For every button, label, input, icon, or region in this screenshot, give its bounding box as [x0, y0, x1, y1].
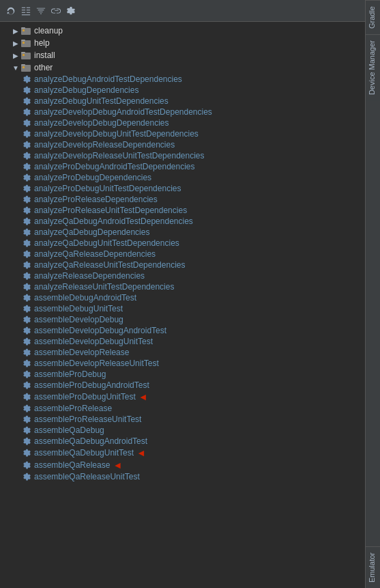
gear-task-icon: [22, 151, 31, 160]
arrow-other: ▼: [11, 64, 20, 72]
task-item[interactable]: analyzeReleaseDependencies: [0, 270, 365, 281]
task-item[interactable]: analyzeReleaseUnitTestDependencies: [0, 281, 365, 292]
arrow-help: ▶: [11, 40, 20, 47]
task-item[interactable]: assembleDevelopDebugUnitTest: [0, 336, 365, 347]
task-item[interactable]: analyzeDevelopReleaseDependencies: [0, 139, 365, 150]
svg-rect-0: [21, 28, 31, 35]
settings-icon[interactable]: [65, 5, 76, 16]
svg-rect-2: [23, 29, 25, 31]
task-item[interactable]: assembleDevelopReleaseUnitTest: [0, 358, 365, 369]
gear-task-icon: [22, 460, 31, 470]
arrow-cleanup: ▶: [11, 27, 20, 35]
other-label: other: [34, 63, 53, 72]
collapse-all-icon[interactable]: [35, 5, 46, 16]
arrow-install: ▶: [11, 52, 20, 59]
device-manager-panel-tab[interactable]: Device Manager: [366, 34, 380, 100]
svg-rect-9: [21, 65, 31, 72]
task-item[interactable]: assembleProRelease: [0, 403, 365, 414]
task-label: analyzeProReleaseDependencies: [34, 195, 158, 204]
task-item[interactable]: assembleDevelopDebugAndroidTest: [0, 325, 365, 336]
folder-icon-help: [20, 38, 31, 48]
main-area: ▶ cleanup ▶ help: [0, 0, 365, 588]
gear-task-icon: [22, 404, 31, 413]
task-item[interactable]: analyzeQaDebugAndroidTestDependencies: [0, 216, 365, 227]
emulator-panel-tab[interactable]: Emulator: [366, 546, 380, 588]
task-label: analyzeDevelopReleaseDependencies: [34, 140, 175, 150]
task-item[interactable]: assembleQaReleaseUnitTest: [0, 471, 365, 482]
link-icon[interactable]: [50, 5, 61, 16]
task-item[interactable]: analyzeProReleaseUnitTestDependencies: [0, 205, 365, 216]
task-item[interactable]: assembleDebugUnitTest: [0, 303, 365, 314]
gear-task-icon: [22, 293, 31, 303]
gear-task-icon: [22, 162, 31, 171]
gear-task-icon: [22, 74, 31, 84]
svg-rect-7: [21, 52, 25, 53]
gear-task-icon: [22, 107, 31, 117]
gradle-panel-tab[interactable]: Gradle: [366, 0, 380, 34]
task-item[interactable]: analyzeDebugUnitTestDependencies: [0, 96, 365, 107]
tree-container[interactable]: ▶ cleanup ▶ help: [0, 22, 365, 588]
task-label: assembleQaRelease: [34, 460, 110, 470]
cleanup-label: cleanup: [34, 26, 63, 36]
task-label: analyzeDebugUnitTestDependencies: [34, 96, 169, 106]
task-item[interactable]: analyzeProDebugAndroidTestDependencies: [0, 161, 365, 172]
task-item[interactable]: assembleProDebug: [0, 369, 365, 380]
task-label: assembleDevelopDebugAndroidTest: [34, 326, 166, 335]
task-item[interactable]: analyzeDevelopDebugAndroidTestDependenci…: [0, 107, 365, 117]
gear-task-icon: [22, 227, 31, 237]
task-item[interactable]: analyzeProReleaseDependencies: [0, 194, 365, 205]
gear-task-icon: [22, 282, 31, 292]
task-item[interactable]: assembleQaDebug: [0, 425, 365, 436]
sync-icon[interactable]: [5, 5, 16, 16]
tree-item-other[interactable]: ▼ other: [0, 61, 365, 74]
task-item[interactable]: analyzeQaDebugUnitTestDependencies: [0, 238, 365, 249]
task-label: analyzeDebugDependencies: [34, 85, 138, 95]
tree-item-install[interactable]: ▶ install: [0, 49, 365, 61]
gear-task-icon: [22, 425, 31, 435]
task-item[interactable]: assembleQaRelease ◄: [0, 459, 365, 471]
task-item[interactable]: analyzeQaReleaseUnitTestDependencies: [0, 260, 365, 270]
task-item[interactable]: assembleDebugAndroidTest: [0, 292, 365, 303]
gear-task-icon: [22, 448, 31, 458]
task-item[interactable]: analyzeQaDebugDependencies: [0, 227, 365, 238]
task-label: assembleDevelopRelease: [34, 348, 129, 357]
task-label: assembleQaDebugUnitTest: [34, 448, 134, 458]
task-label: assembleDevelopDebugUnitTest: [34, 337, 153, 346]
red-arrow-annotation: ◄: [136, 447, 146, 458]
task-item[interactable]: assembleDevelopRelease: [0, 347, 365, 358]
task-label: analyzeQaDebugDependencies: [34, 227, 149, 237]
task-item[interactable]: analyzeQaReleaseDependencies: [0, 249, 365, 260]
tree-item-help[interactable]: ▶ help: [0, 37, 365, 49]
task-item[interactable]: analyzeDevelopDebugUnitTestDependencies: [0, 128, 365, 139]
help-label: help: [34, 38, 50, 48]
gear-task-icon: [22, 129, 31, 139]
task-item[interactable]: assembleQaDebugUnitTest ◄: [0, 447, 365, 459]
task-item[interactable]: analyzeDevelopReleaseUnitTestDependencie…: [0, 150, 365, 161]
gear-task-icon: [22, 118, 31, 128]
gear-task-icon: [22, 415, 31, 424]
task-item[interactable]: assembleProDebugAndroidTest: [0, 380, 365, 391]
task-item[interactable]: analyzeDebugDependencies: [0, 85, 365, 96]
expand-all-icon[interactable]: [20, 5, 31, 16]
task-item[interactable]: assembleProReleaseUnitTest: [0, 414, 365, 425]
task-label: assembleProDebugAndroidTest: [34, 380, 149, 390]
task-item[interactable]: assembleProDebugUnitTest ◄: [0, 391, 365, 403]
gear-task-icon: [22, 369, 31, 379]
gear-task-icon: [22, 206, 31, 215]
task-label: assembleDebugUnitTest: [34, 304, 123, 313]
tree-item-cleanup[interactable]: ▶ cleanup: [0, 25, 365, 37]
task-item[interactable]: analyzeProDebugUnitTestDependencies: [0, 183, 365, 194]
red-arrow-annotation: ◄: [113, 460, 122, 471]
task-label: analyzeQaReleaseUnitTestDependencies: [34, 260, 185, 270]
gear-task-icon: [22, 96, 31, 106]
gear-task-icon: [22, 238, 31, 248]
svg-rect-10: [21, 64, 25, 66]
task-label: assembleDevelopReleaseUnitTest: [34, 359, 159, 368]
task-item[interactable]: analyzeProDebugDependencies: [0, 172, 365, 183]
task-label: analyzeDevelopDebugUnitTestDependencies: [34, 129, 199, 139]
task-item[interactable]: assembleDevelopDebug: [0, 314, 365, 325]
task-item[interactable]: analyzeDevelopDebugDependencies: [0, 117, 365, 128]
gear-task-icon: [22, 348, 31, 357]
task-item[interactable]: assembleQaDebugAndroidTest: [0, 436, 365, 447]
task-item[interactable]: analyzeDebugAndroidTestDependencies: [0, 74, 365, 85]
